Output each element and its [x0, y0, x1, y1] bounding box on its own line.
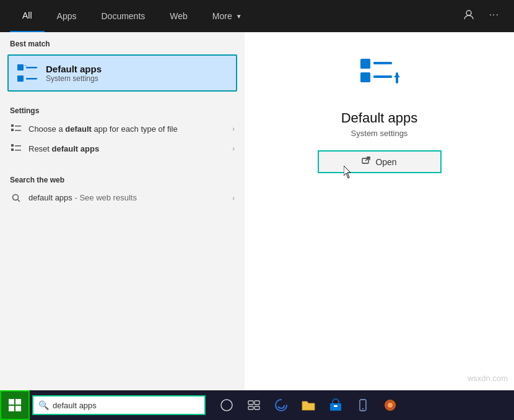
svg-rect-3 [26, 67, 37, 69]
default-apps-icon-small [16, 62, 38, 84]
svg-line-15 [18, 199, 20, 202]
taskbar: 🔍 default apps [0, 390, 514, 420]
svg-rect-17 [360, 72, 370, 82]
chevron-right-icon-1: › [232, 125, 235, 132]
svg-line-22 [365, 157, 370, 161]
svg-rect-19 [373, 75, 392, 78]
store-icon[interactable] [325, 394, 347, 416]
best-match-subtitle: System settings [46, 74, 229, 83]
settings-label: Settings [0, 99, 245, 119]
open-button[interactable]: Open [318, 150, 442, 173]
app-subtitle: System settings [351, 129, 408, 138]
search-nav: All Apps Documents Web More ▼ ··· [0, 0, 514, 32]
content-area: Best match Default apps System settings [0, 32, 514, 390]
svg-rect-2 [17, 75, 24, 82]
tab-apps[interactable]: Apps [45, 0, 89, 32]
chevron-right-icon-2: › [232, 145, 235, 152]
svg-rect-25 [255, 401, 259, 405]
chevron-right-icon-3: › [232, 194, 235, 202]
search-icon-taskbar: 🔍 [38, 400, 49, 410]
windows-icon [9, 399, 21, 411]
app-title: Default apps [341, 110, 418, 126]
web-search-section: Search the web default apps - See web re… [0, 163, 245, 212]
svg-rect-29 [334, 405, 338, 407]
svg-point-33 [388, 403, 393, 408]
svg-rect-7 [11, 129, 14, 131]
web-item-suffix: - See web results [72, 193, 137, 202]
right-panel: Default apps System settings Open [245, 32, 514, 390]
watermark: wsxdn.com [468, 374, 508, 383]
settings-item-reset-text: Reset default apps [28, 144, 226, 153]
svg-rect-9 [15, 130, 21, 131]
best-match-item[interactable]: Default apps System settings [7, 54, 237, 92]
settings-section: Settings Choose a default app for each t… [0, 94, 245, 163]
nav-right-icons: ··· [458, 7, 504, 26]
settings-list-icon-2 [10, 144, 22, 153]
chevron-down-icon: ▼ [236, 13, 242, 20]
web-item-text: default apps - See web results [28, 193, 226, 202]
svg-rect-13 [15, 150, 21, 151]
tab-more-label: More [212, 11, 232, 21]
svg-rect-16 [360, 59, 370, 69]
svg-rect-27 [255, 406, 259, 409]
task-view-icon[interactable] [243, 394, 265, 416]
best-match-label: Best match [0, 32, 245, 52]
file-explorer-icon[interactable] [297, 394, 320, 416]
open-icon [362, 156, 370, 167]
web-search-icon [10, 194, 22, 202]
web-search-item[interactable]: default apps - See web results › [0, 188, 245, 207]
svg-point-14 [13, 194, 19, 200]
cortana-icon[interactable] [216, 394, 238, 416]
phone-link-icon[interactable] [352, 394, 374, 416]
settings-list-icon-1 [10, 124, 22, 134]
taskbar-search-bar[interactable]: 🔍 default apps [32, 395, 206, 415]
settings-item-choose[interactable]: Choose a default app for each type of fi… [0, 119, 245, 139]
svg-rect-24 [248, 401, 253, 405]
start-button[interactable] [0, 390, 30, 420]
tab-web[interactable]: Web [157, 0, 200, 32]
best-match-text: Default apps System settings [46, 64, 229, 83]
svg-rect-4 [26, 78, 37, 80]
left-panel: Best match Default apps System settings [0, 32, 245, 390]
taskbar-search-text: default apps [53, 401, 97, 410]
person-icon[interactable] [458, 7, 479, 26]
svg-point-31 [362, 408, 364, 409]
svg-rect-10 [11, 144, 14, 147]
svg-rect-12 [15, 145, 21, 147]
settings-item-choose-text: Choose a default app for each type of fi… [28, 124, 226, 134]
svg-rect-8 [15, 126, 21, 127]
edge-icon[interactable] [270, 394, 292, 416]
start-menu: All Apps Documents Web More ▼ ··· [0, 0, 514, 390]
tab-apps-label: Apps [57, 11, 77, 21]
svg-rect-26 [248, 406, 253, 409]
tab-web-label: Web [170, 11, 188, 21]
web-item-query: default apps [28, 193, 72, 202]
svg-rect-1 [17, 64, 24, 71]
more-options-icon[interactable]: ··· [484, 7, 504, 26]
tab-all-label: All [22, 11, 32, 20]
default-apps-icon-large [355, 51, 404, 100]
web-section-label: Search the web [0, 168, 245, 188]
best-match-title: Default apps [46, 64, 229, 74]
tab-all[interactable]: All [10, 0, 45, 32]
settings-item-reset[interactable]: Reset default apps › [0, 139, 245, 158]
tab-documents[interactable]: Documents [89, 0, 157, 32]
tab-more[interactable]: More ▼ [200, 0, 255, 32]
svg-rect-18 [373, 62, 392, 64]
tab-documents-label: Documents [101, 11, 145, 21]
svg-rect-11 [11, 148, 14, 151]
taskbar-icons [216, 394, 401, 416]
svg-rect-6 [11, 124, 14, 127]
svg-point-0 [466, 11, 471, 15]
open-label: Open [375, 157, 396, 167]
firefox-icon[interactable] [379, 394, 401, 416]
svg-point-23 [221, 400, 232, 411]
